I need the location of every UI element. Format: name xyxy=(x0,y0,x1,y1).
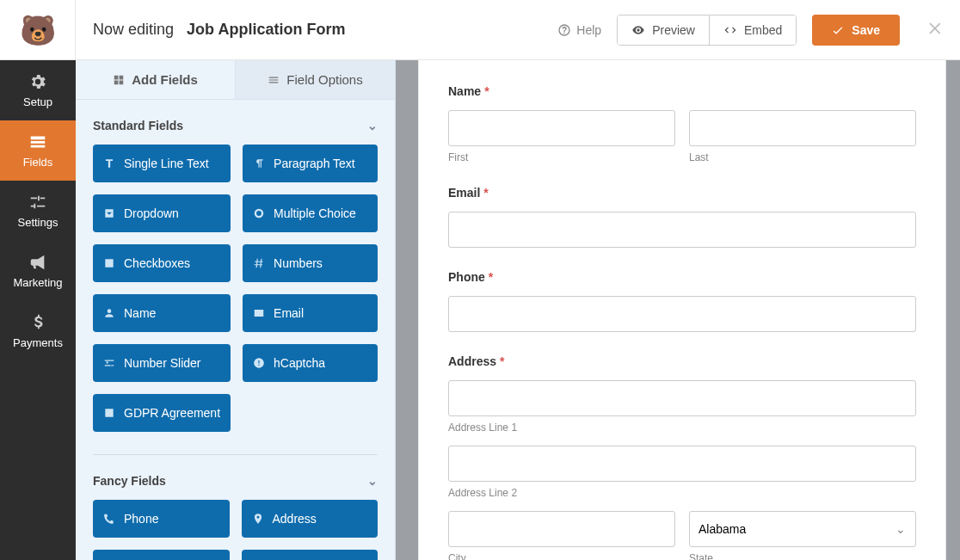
field-numbers[interactable]: Numbers xyxy=(243,244,378,282)
standard-fields-grid: Single Line Text Paragraph Text Dropdown… xyxy=(93,145,378,432)
tab-field-options-label: Field Options xyxy=(286,72,362,87)
nav-payments[interactable]: Payments xyxy=(0,301,76,361)
fields-panel: Add Fields Field Options Standard Fields… xyxy=(76,60,396,560)
close-button[interactable] xyxy=(927,18,945,42)
hash-icon xyxy=(253,257,265,269)
field-email[interactable]: Email xyxy=(243,294,378,332)
state-select[interactable]: Alabama xyxy=(689,511,916,547)
dollar-icon xyxy=(28,313,47,332)
nav-marketing-label: Marketing xyxy=(13,276,62,289)
address-line1-input[interactable] xyxy=(448,380,916,416)
tab-add-fields[interactable]: Add Fields xyxy=(76,60,235,100)
nav-payments-label: Payments xyxy=(13,336,63,349)
preview-button[interactable]: Preview xyxy=(618,15,709,45)
first-name-input[interactable] xyxy=(448,110,675,146)
title-prefix: Now editing xyxy=(93,21,174,38)
section-head-standard[interactable]: Standard Fields ⌄ xyxy=(93,100,378,145)
field-multiple-choice[interactable]: Multiple Choice xyxy=(243,194,378,232)
section-fancy-label: Fancy Fields xyxy=(93,474,166,488)
panel-tabs: Add Fields Field Options xyxy=(76,60,395,100)
field-phone[interactable]: Phone xyxy=(93,500,230,538)
field-address[interactable]: Address xyxy=(242,500,378,538)
field-single-line-text[interactable]: Single Line Text xyxy=(93,145,231,182)
embed-label: Embed xyxy=(744,23,782,37)
form-name: Job Application Form xyxy=(187,21,345,38)
email-input[interactable] xyxy=(448,212,916,248)
city-input[interactable] xyxy=(448,511,675,547)
radio-icon xyxy=(253,207,265,219)
check-icon xyxy=(831,23,845,37)
field-checkboxes[interactable]: Checkboxes xyxy=(93,244,231,282)
preview-label: Preview xyxy=(652,23,695,37)
address-label: Address* xyxy=(448,354,916,368)
nav-setup-label: Setup xyxy=(23,95,52,108)
save-button[interactable]: Save xyxy=(812,15,900,46)
logo-cell: 🐻 xyxy=(0,0,76,60)
preview-gutter xyxy=(946,60,960,560)
field-dropdown[interactable]: Dropdown xyxy=(93,194,231,232)
name-label: Name* xyxy=(448,84,916,98)
slider-icon xyxy=(103,357,115,369)
nav-fields-label: Fields xyxy=(23,156,53,169)
tab-add-fields-label: Add Fields xyxy=(132,72,198,87)
form-preview: Name* First Last Email* Phone* Address* xyxy=(396,60,960,560)
field-paragraph-text[interactable]: Paragraph Text xyxy=(243,145,378,182)
pin-icon xyxy=(252,513,264,525)
code-icon xyxy=(723,23,737,37)
panel-body: Standard Fields ⌄ Single Line Text Parag… xyxy=(76,100,395,560)
page-title: Now editing Job Application Form xyxy=(76,21,345,39)
help-label: Help xyxy=(576,23,601,37)
embed-button[interactable]: Embed xyxy=(709,15,796,45)
field-address-preview[interactable]: Address* Address Line 1 Address Line 2 C… xyxy=(448,354,916,560)
chevron-down-icon: ⌄ xyxy=(367,119,378,132)
email-label: Email* xyxy=(448,186,916,200)
field-name[interactable]: Name xyxy=(93,294,231,332)
tab-field-options[interactable]: Field Options xyxy=(235,60,395,100)
phone-input[interactable] xyxy=(448,296,916,332)
line1-sublabel: Address Line 1 xyxy=(448,422,916,434)
last-name-input[interactable] xyxy=(689,110,916,146)
field-hcaptcha[interactable]: hCaptcha xyxy=(243,344,378,382)
user-icon xyxy=(103,307,115,319)
preview-gutter xyxy=(396,60,418,560)
field-phone-preview[interactable]: Phone* xyxy=(448,270,916,332)
first-sublabel: First xyxy=(448,151,675,163)
nav-marketing[interactable]: Marketing xyxy=(0,241,76,301)
chevron-down-icon: ⌄ xyxy=(367,474,378,488)
section-head-fancy[interactable]: Fancy Fields ⌄ xyxy=(93,455,378,500)
nav-settings[interactable]: Settings xyxy=(0,181,76,241)
address-line2-input[interactable] xyxy=(448,446,916,482)
options-icon xyxy=(268,74,280,86)
save-label: Save xyxy=(852,23,880,37)
gear-icon xyxy=(28,72,47,91)
field-name-preview[interactable]: Name* First Last xyxy=(448,84,916,163)
help-link[interactable]: Help xyxy=(557,23,601,37)
dropdown-icon xyxy=(103,207,115,219)
nav-settings-label: Settings xyxy=(18,216,58,229)
close-icon xyxy=(927,20,945,37)
state-sublabel: State xyxy=(689,552,916,560)
help-icon xyxy=(557,23,571,37)
check-square-icon xyxy=(103,407,115,419)
envelope-icon xyxy=(253,307,265,319)
bullhorn-icon xyxy=(28,253,47,272)
wpforms-logo-icon: 🐻 xyxy=(20,15,56,45)
field-date-time[interactable]: Date / Time xyxy=(93,550,230,560)
left-nav: Setup Fields Settings Marketing Payments xyxy=(0,60,76,560)
field-number-slider[interactable]: Number Slider xyxy=(93,344,231,382)
field-gdpr[interactable]: GDPR Agreement xyxy=(93,394,231,432)
text-icon xyxy=(103,157,115,169)
preview-embed-group: Preview Embed xyxy=(617,15,797,46)
line2-sublabel: Address Line 2 xyxy=(448,487,916,499)
field-email-preview[interactable]: Email* xyxy=(448,186,916,248)
nav-fields[interactable]: Fields xyxy=(0,120,76,181)
grid-icon xyxy=(113,74,125,86)
check-square-icon xyxy=(103,257,115,269)
topbar-actions: Help Preview Embed Save xyxy=(557,0,960,60)
phone-label: Phone* xyxy=(448,270,916,284)
nav-setup[interactable]: Setup xyxy=(0,60,76,120)
top-bar: 🐻 Now editing Job Application Form Help … xyxy=(0,0,960,60)
eye-icon xyxy=(631,23,645,37)
field-file-upload[interactable]: File Upload xyxy=(242,550,378,560)
sliders-icon xyxy=(28,193,47,212)
